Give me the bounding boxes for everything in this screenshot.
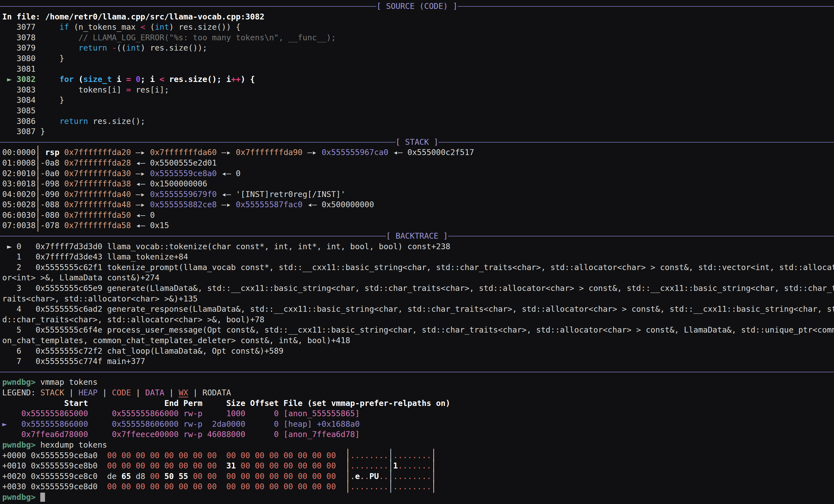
text-segment: 3083 tokens[i] [2,85,126,94]
console-line-2: Start End Perm Size Offset File (set vmm… [0,398,834,409]
text-segment: 00 00 00 00 00 00 00 00 [226,451,336,460]
text-segment: STACK [40,388,64,397]
text-segment: —▸ [217,200,236,209]
text-segment: 03:0018 [2,179,36,189]
text-segment: WX [179,388,188,397]
text-segment: 0x555555967ca0 [322,148,388,157]
text-segment: 3078 [2,33,79,42]
text-segment: 0x5555559ce8a0 [150,169,217,178]
text-segment: int [155,22,169,32]
text-segment: | [64,388,78,397]
stack-line-0: 00:0000│ rsp 0x7fffffffda20 —▸ 0x7ffffff… [0,147,834,158]
text-segment: 3087 } [2,127,45,136]
text-segment: +0000 0x5555559ce8a0 [2,451,107,460]
text-segment: 00 00 00 00 00 00 00 00 [107,451,217,460]
text-segment: 3077 [2,22,60,32]
stack-line-3: 03:0018│-098 0x7fffffffda38 ◂— 0x1500000… [0,179,834,189]
source-code-line-5: 3081 [0,64,834,74]
source-code-line-2: 3078 // LLAMA_LOG_ERROR("%s: too many to… [0,32,834,43]
text-segment: 0x7fffffffda60 [150,148,217,157]
text-segment: 3081 [2,64,36,74]
text-segment: —▸ [303,148,322,157]
text-segment: rsp [40,148,60,157]
text-segment: // LLAMA_LOG_ERROR("%s: too many tokens\… [79,33,336,42]
text-segment: 00 00 00 00 00 00 00 00 [226,482,336,491]
text-segment: -0a0 [40,169,64,178]
backtrace-line-6: 4 0x5555555c6ad2 generate_response(Llama… [0,304,834,314]
text-segment: ◂— 0x15 [131,221,169,230]
text-segment: 0x7fffffffda90 [236,148,303,157]
source-code-line-3: 3079 return -((int) res.size()); [0,43,834,53]
legend-label: LEGEND: [2,388,40,397]
prompt: pwndbg> [2,440,36,450]
text-segment: 00:0000 [2,148,36,157]
stack-line-7: 07:0038│-078 0x7fffffffda58 ◂— 0x15 [0,220,834,231]
text-segment: ◂— 0x1500000006 [131,179,207,189]
separator-line [0,372,834,372]
text-segment: 3084 } [2,95,64,105]
backtrace-header-label: [ BACKTRACE ] [386,231,448,241]
text-segment: 31 [226,461,236,470]
text-segment: ++ [231,75,241,84]
text-segment: DATA [145,388,164,397]
source-code-line-6: ► 3082 for (size_t i = 0; i < res.size()… [0,74,834,85]
separator-line [0,236,386,237]
backtrace-line-8: 5 0x5555555c6f4e process_user_message(Op… [0,325,834,335]
source-code-line-9: 3085 [0,106,834,116]
text-segment: de [107,472,122,481]
text-segment: | [164,388,178,397]
text-segment: │ [388,480,393,494]
console-line-1: LEGEND: STACK | HEAP | CODE | DATA | WX … [0,388,834,398]
console-line-7: +0000 0x5555559ce8a0 00 00 00 00 00 00 0… [0,451,834,461]
text-segment [217,451,226,460]
source-code-line-4: 3080 } [0,53,834,64]
text-segment: size_t [83,75,112,84]
source-header: [ SOURCE (CODE) ] [0,1,834,12]
prompt: pwndbg> [2,492,36,502]
stack-header-label: [ STACK ] [396,137,438,148]
stack-line-5: 05:0028│-088 0x7fffffffda48 —▸ 0x5555558… [0,199,834,210]
text-segment [188,472,193,481]
console-line-6: pwndbg> hexdump tokens [0,440,834,451]
text-segment: 0x7fffffffda38 [64,179,131,189]
terminal[interactable]: [ SOURCE (CODE) ]In file: /home/retr0/ll… [0,0,834,503]
text-segment: < [140,22,145,32]
text-segment [217,472,226,481]
text-segment: 04:0020 [2,190,36,199]
text-segment: 01:0008 [2,158,36,168]
text-segment: for [60,75,74,84]
text-segment: ◂— 0x555000c2f517 [388,148,474,157]
text-segment: 50 55 [164,472,188,481]
text-segment: 6 0x5555555c72f2 chat_loop(LlamaData&, O… [2,347,283,356]
source-code-line-1: 3077 if (n_tokens_max < (int) res.size()… [0,22,834,32]
prompt: pwndbg> [2,378,36,387]
console-line-8: +0010 0x5555559ce8b0 00 00 00 00 00 00 0… [0,461,834,471]
text-segment: | [188,388,202,397]
text-segment: e [355,472,360,481]
text-segment: on_chat_templates, common_chat_templates… [2,336,350,345]
text-segment: 3080 } [2,54,64,63]
text-segment: ◂— 0 [217,169,241,178]
text-segment: return [60,117,88,126]
text-segment [107,43,112,52]
text-segment: (n_tokens_max [69,22,140,32]
backtrace-header: [ BACKTRACE ] [0,231,834,241]
console-line-0: pwndbg> vmmap tokens [0,377,834,388]
text-segment: 0x7fffffffda30 [64,169,131,178]
text-segment: ◂— 0 [131,211,155,220]
text-segment: ◂— 0x5500555e2d01 [131,158,217,168]
text-segment [217,461,226,470]
text-segment: . [365,472,369,481]
backtrace-line-11: 7 0x5555555c774f main+377 [0,356,834,367]
text-segment: ....... [398,461,431,470]
text-segment: | [97,388,112,397]
text-segment: -088 [40,200,64,209]
text-segment: ◂— 0x500000000 [303,200,374,209]
text-segment: return [79,43,107,52]
text-segment: -0a8 [40,158,64,168]
text-segment: 1 [393,461,398,470]
text-segment: -080 [40,211,64,220]
text-segment: d8 [131,472,150,481]
text-segment: 0x555555882ce8 [150,200,217,209]
text-segment: —▸ [131,200,150,209]
